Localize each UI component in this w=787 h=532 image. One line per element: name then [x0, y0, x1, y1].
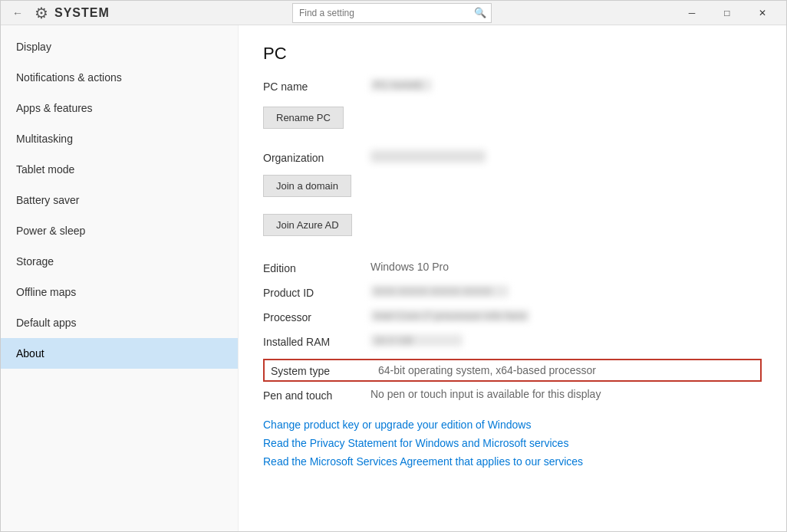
window-controls: ─ □ ✕	[674, 1, 780, 25]
app-body: Display Notifications & actions Apps & f…	[1, 25, 786, 531]
pen-touch-value: No pen or touch input is available for t…	[370, 388, 601, 400]
app-title: SYSTEM	[54, 6, 110, 20]
minimize-button[interactable]: ─	[674, 1, 710, 25]
processor-value: Intel Core i7 processor info here	[370, 310, 529, 322]
close-button[interactable]: ✕	[745, 1, 780, 25]
sidebar-item-offline-maps[interactable]: Offline maps	[1, 277, 238, 307]
ram-row: Installed RAM 16.0 GB	[263, 334, 762, 353]
pen-touch-row: Pen and touch No pen or touch input is a…	[263, 388, 762, 406]
join-azure-button[interactable]: Join Azure AD	[263, 214, 352, 236]
gear-icon: ⚙	[35, 4, 48, 22]
sidebar-item-storage[interactable]: Storage	[1, 246, 238, 277]
sidebar-item-multitasking[interactable]: Multitasking	[1, 123, 238, 154]
system-type-row: System type 64-bit operating system, x64…	[263, 359, 762, 382]
processor-label: Processor	[263, 310, 370, 323]
organization-row: Organization	[263, 150, 762, 169]
edition-row: Edition Windows 10 Pro	[263, 261, 762, 279]
system-type-container: System type 64-bit operating system, x64…	[263, 359, 762, 382]
search-input[interactable]	[293, 8, 469, 18]
link-services-agreement[interactable]: Read the Microsoft Services Agreement th…	[263, 455, 762, 468]
maximize-button[interactable]: □	[710, 1, 745, 25]
sidebar-item-power[interactable]: Power & sleep	[1, 215, 238, 246]
product-id-label: Product ID	[263, 285, 370, 299]
sidebar-item-about[interactable]: About	[1, 338, 238, 369]
system-type-label: System type	[271, 363, 378, 377]
ram-label: Installed RAM	[263, 334, 370, 348]
sidebar-item-tablet[interactable]: Tablet mode	[1, 154, 238, 185]
pc-name-row: PC name PC-NAME	[263, 79, 762, 97]
back-button[interactable]: ←	[7, 2, 28, 24]
pc-name-label: PC name	[263, 79, 370, 93]
sidebar: Display Notifications & actions Apps & f…	[1, 25, 239, 531]
rename-pc-button[interactable]: Rename PC	[263, 107, 344, 129]
main-content: PC PC name PC-NAME Rename PC Organizatio…	[239, 25, 786, 531]
sidebar-item-battery[interactable]: Battery saver	[1, 185, 238, 215]
join-domain-button[interactable]: Join a domain	[263, 175, 351, 197]
system-type-value: 64-bit operating system, x64-based proce…	[378, 364, 596, 376]
organization-label: Organization	[263, 150, 370, 164]
edition-value: Windows 10 Pro	[370, 261, 449, 273]
ram-value: 16.0 GB	[370, 334, 463, 346]
sidebar-item-notifications[interactable]: Notifications & actions	[1, 62, 238, 93]
product-id-row: Product ID XXX-XXXX-XXXX-XXXX	[263, 285, 762, 304]
search-box: 🔍	[292, 3, 492, 23]
sidebar-item-default-apps[interactable]: Default apps	[1, 307, 238, 338]
sidebar-item-display[interactable]: Display	[1, 31, 238, 62]
organization-value	[370, 150, 486, 163]
pc-name-value: PC-NAME	[370, 79, 432, 91]
titlebar: ← ⚙ SYSTEM 🔍 ─ □ ✕	[1, 1, 786, 25]
link-privacy[interactable]: Read the Privacy Statement for Windows a…	[263, 437, 762, 449]
search-icon: 🔍	[469, 7, 491, 18]
titlebar-left: ← ⚙ SYSTEM	[7, 2, 110, 24]
edition-label: Edition	[263, 261, 370, 274]
section-title: PC	[263, 44, 762, 64]
links-section: Change product key or upgrade your editi…	[263, 419, 762, 468]
link-product-key[interactable]: Change product key or upgrade your editi…	[263, 419, 762, 431]
pen-touch-label: Pen and touch	[263, 388, 370, 402]
sidebar-item-apps[interactable]: Apps & features	[1, 93, 238, 123]
processor-row: Processor Intel Core i7 processor info h…	[263, 310, 762, 328]
product-id-value: XXX-XXXX-XXXX-XXXX	[370, 285, 509, 297]
